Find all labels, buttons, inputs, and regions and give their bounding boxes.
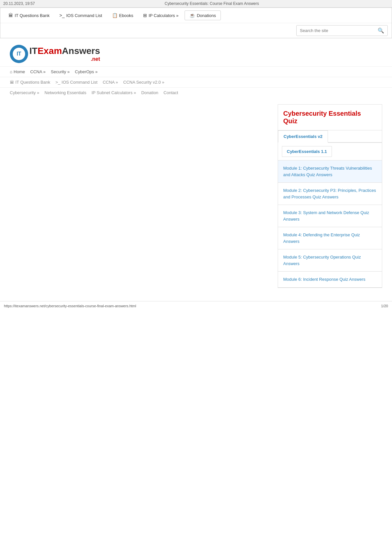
logo-icon: IT — [10, 45, 28, 63]
browser-title: Cybersecurity Essentials: Course Final E… — [165, 1, 259, 6]
module-list: Module 1: Cybersecurity Threats Vulnerab… — [278, 160, 382, 288]
logo-circle: IT — [10, 45, 28, 63]
coffee-icon: ☕ — [189, 13, 195, 18]
logo-it-inner: IT — [13, 48, 25, 60]
main-content: Cybersecurity Essentials Quiz CyberEssen… — [0, 98, 392, 294]
search-input[interactable] — [297, 26, 374, 35]
logo-text-block: IT Exam Answers .net — [29, 46, 100, 62]
nav-ebooks[interactable]: 📋 Ebooks — [108, 10, 138, 20]
quiz-widget-title: Cybersecurity Essentials Quiz — [278, 105, 382, 130]
nav-it-questions-bank[interactable]: 🏛 IT Questions Bank — [4, 10, 54, 20]
subtab-cyberessentials-11[interactable]: CyberEssentials 1.1 — [282, 146, 332, 157]
nav-home[interactable]: ⌂ Home — [10, 69, 25, 74]
nav-cyberops[interactable]: CyberOps » — [75, 69, 97, 74]
module-link-5[interactable]: Module 5: Cybersecurity Operations Quiz … — [283, 255, 361, 266]
main-nav-row1: ⌂ Home CCNA » Security » CyberOps » — [0, 66, 392, 77]
nav-donations[interactable]: ☕ Donations — [185, 10, 221, 20]
module-link-1[interactable]: Module 1: Cybersecurity Threats Vulnerab… — [283, 166, 372, 177]
bank-icon-2: 🏛 — [10, 80, 14, 85]
logo-answers-text: Answers — [62, 46, 100, 56]
terminal-icon: >_ — [59, 13, 65, 18]
home-icon: ⌂ — [10, 69, 12, 74]
nav-it-questions[interactable]: 🏛 IT Questions Bank — [10, 80, 50, 85]
search-button[interactable]: 🔍 — [374, 25, 387, 36]
grid-icon: ⊞ — [143, 13, 147, 18]
top-bar-search-row: 🔍 — [0, 23, 392, 38]
nav-label-bank: IT Questions Bank — [15, 13, 50, 18]
left-panel — [10, 104, 271, 288]
module-item-4[interactable]: Module 4: Defending the Enterprise Quiz … — [278, 227, 382, 249]
search-container: 🔍 — [296, 25, 388, 36]
main-nav-row2: 🏛 IT Questions Bank >_ IOS Command List … — [0, 77, 392, 87]
module-item-5[interactable]: Module 5: Cybersecurity Operations Quiz … — [278, 249, 382, 272]
nav-contact[interactable]: Contact — [164, 90, 178, 95]
ebook-icon: 📋 — [112, 13, 118, 18]
nav-networking-essentials[interactable]: Networking Essentials — [44, 90, 86, 95]
module-item-3[interactable]: Module 3: System and Network Defense Qui… — [278, 205, 382, 227]
right-panel: Cybersecurity Essentials Quiz CyberEssen… — [278, 104, 382, 288]
top-bar: 🏛 IT Questions Bank >_ IOS Command List … — [0, 8, 392, 38]
logo-net-row: .net — [29, 56, 100, 62]
logo-net-text: .net — [91, 56, 100, 62]
subtab-row: CyberEssentials 1.1 — [278, 143, 382, 160]
nav-ip-subnet[interactable]: IP Subnet Calculators » — [91, 90, 136, 95]
nav-label-donations: Donations — [197, 13, 216, 18]
module-item-2[interactable]: Module 2: Cybersecurity P3: Principles, … — [278, 183, 382, 205]
footer-page: 1/20 — [381, 304, 388, 308]
module-item-6[interactable]: Module 6: Incident Response Quiz Answers — [278, 272, 382, 288]
nav-ios-cmd[interactable]: >_ IOS Command List — [56, 80, 98, 85]
tab-row: CyberEssentials v2 — [278, 130, 382, 143]
module-link-2[interactable]: Module 2: Cybersecurity P3: Principles, … — [283, 188, 376, 199]
logo-it-text: IT — [29, 46, 38, 56]
module-link-4[interactable]: Module 4: Defending the Enterprise Quiz … — [283, 232, 360, 244]
bank-icon: 🏛 — [8, 13, 13, 18]
quiz-widget: Cybersecurity Essentials Quiz CyberEssen… — [278, 104, 382, 288]
footer-url: https://itexamanswers.net/cybersecurity-… — [4, 304, 136, 308]
main-nav-row3: Cybersecurity » Networking Essentials IP… — [0, 87, 392, 98]
nav-ip-calculators[interactable]: ⊞ IP Calculators » — [139, 10, 183, 20]
nav-ccna[interactable]: CCNA » — [30, 69, 46, 74]
terminal-icon-2: >_ — [56, 80, 60, 85]
top-bar-row1: 🏛 IT Questions Bank >_ IOS Command List … — [0, 8, 392, 23]
module-item-1[interactable]: Module 1: Cybersecurity Threats Vulnerab… — [278, 160, 382, 183]
nav-ccna-2[interactable]: CCNA » — [103, 80, 118, 85]
nav-label-ebooks: Ebooks — [119, 13, 133, 18]
module-link-3[interactable]: Module 3: System and Network Defense Qui… — [283, 210, 369, 222]
nav-label-ip: IP Calculators » — [149, 13, 179, 18]
nav-ccna-security[interactable]: CCNA Security v2.0 » — [123, 80, 164, 85]
nav-security[interactable]: Security » — [51, 69, 70, 74]
page-footer: https://itexamanswers.net/cybersecurity-… — [0, 301, 392, 311]
nav-label-ios: IOS Command List — [66, 13, 102, 18]
logo-area: IT IT Exam Answers .net — [0, 38, 392, 66]
logo-exam-text: Exam — [38, 46, 62, 56]
browser-chrome: 20.11.2023, 19:57 Cybersecurity Essentia… — [0, 0, 392, 8]
nav-donation[interactable]: Donation — [141, 90, 158, 95]
logo-container: IT IT Exam Answers .net — [10, 45, 382, 63]
nav-ios-command[interactable]: >_ IOS Command List — [55, 10, 106, 20]
tab-cyberessentials-v2[interactable]: CyberEssentials v2 — [278, 130, 328, 143]
browser-timestamp: 20.11.2023, 19:57 — [3, 1, 35, 6]
nav-cybersecurity[interactable]: Cybersecurity » — [10, 90, 39, 95]
module-link-6[interactable]: Module 6: Incident Response Quiz Answers — [283, 277, 365, 282]
